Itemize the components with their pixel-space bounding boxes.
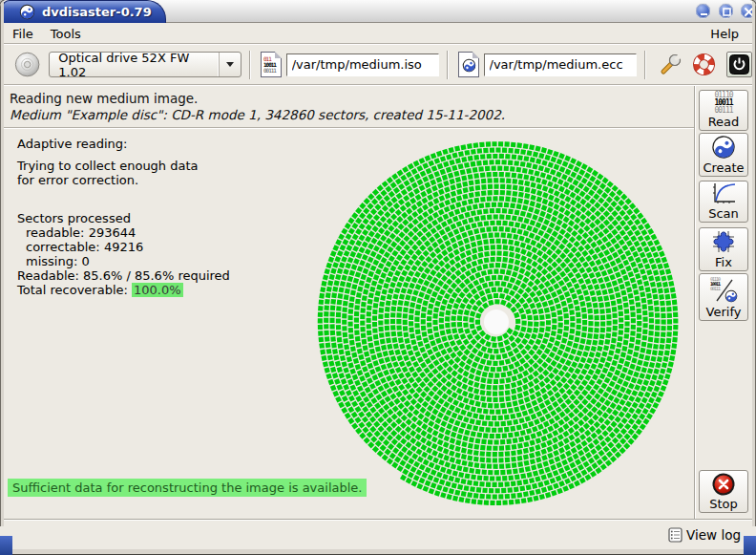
toolbar-separator [249, 51, 251, 79]
dropdown-arrow-icon [219, 53, 241, 76]
stop-button[interactable]: Stop [699, 470, 748, 513]
mode-label: Adaptive reading: [17, 137, 230, 151]
readable-percent-line: Readable: 85.6% / 85.6% required [17, 268, 230, 283]
iso-path-input[interactable] [286, 53, 439, 76]
fix-button[interactable]: Fix [699, 227, 748, 271]
optical-drive-icon [13, 50, 41, 79]
description-line: for error correction. [17, 173, 230, 187]
stat-row: missing: 0 [17, 254, 230, 268]
quit-button[interactable] [726, 52, 752, 77]
iso-file-icon: 011 10011 00111 [261, 52, 282, 77]
stat-row: correctable: 49216 [17, 240, 230, 254]
ecc-path-input[interactable] [484, 53, 637, 76]
toolbar-separator [644, 51, 646, 79]
medium-info-line: Medium "Example disc": CD-R mode 1, 3428… [10, 107, 694, 123]
view-log-button[interactable]: View log [668, 527, 741, 543]
disc-spiral [306, 137, 686, 511]
toolbar-separator [447, 51, 449, 79]
sectors-title: Sectors processed [17, 211, 230, 225]
menu-tools[interactable]: Tools [42, 26, 90, 42]
resize-corner-left[interactable] [0, 536, 12, 555]
menubar: File Tools Help [4, 24, 752, 44]
app-yinyang-icon [19, 4, 35, 20]
status-header: Reading new medium image. Medium "Exampl… [4, 86, 694, 128]
create-button[interactable]: Create [699, 133, 748, 177]
app-window: dvdisaster-0.79 File Tools Help [0, 0, 756, 555]
recoverable-line: Total recoverable: 100.0% [17, 283, 230, 297]
verify-button[interactable]: 01110 10011 00111 Verify [699, 273, 748, 321]
log-icon [668, 527, 682, 543]
fix-puzzle-icon [710, 228, 737, 255]
window-border-bottom[interactable] [0, 549, 756, 555]
drive-selector-value: Optical drive 52X FW 1.02 [58, 51, 210, 79]
reading-stats-panel: Adaptive reading: Trying to collect enou… [17, 137, 230, 297]
menu-help[interactable]: Help [702, 26, 752, 42]
stat-row: readable: 293644 [17, 225, 230, 240]
minimize-button[interactable] [695, 3, 711, 19]
scan-chart-icon [710, 181, 737, 206]
action-button-column: 01110 10011 00111 Read Create [694, 86, 752, 519]
view-log-label: View log [686, 527, 741, 543]
stop-icon [711, 471, 736, 497]
status-line: Reading new medium image. [10, 91, 694, 107]
window-border-right[interactable] [752, 0, 756, 526]
titlebar[interactable]: dvdisaster-0.79 [0, 0, 756, 23]
window-border-left[interactable] [0, 0, 4, 526]
power-icon [729, 54, 749, 75]
resize-corner-right[interactable] [744, 536, 756, 555]
help-button[interactable] [692, 53, 716, 76]
ecc-file-icon [458, 52, 479, 77]
create-yinyang-icon [711, 134, 736, 160]
window-title: dvdisaster-0.79 [42, 5, 152, 19]
wrench-icon [659, 53, 682, 76]
drive-selector[interactable]: Optical drive 52X FW 1.02 [49, 52, 242, 77]
main-area: Adaptive reading: Trying to collect enou… [4, 129, 694, 519]
preferences-button[interactable] [659, 53, 682, 76]
menu-file[interactable]: File [4, 26, 42, 42]
lifesaver-icon [692, 53, 716, 76]
toolbar: Optical drive 52X FW 1.02 011 10011 0011… [4, 45, 752, 85]
scan-button[interactable]: Scan [699, 181, 748, 223]
titlebar-tab: dvdisaster-0.79 [2, 0, 166, 23]
recoverable-value-badge: 100.0% [132, 283, 183, 297]
read-button[interactable]: 01110 10011 00111 Read [699, 90, 748, 131]
success-message: Sufficient data for reconstructing the i… [8, 479, 367, 497]
statusbar: View log [4, 519, 752, 549]
description-line: Trying to collect enough data [17, 159, 230, 173]
read-icon: 01110 10011 00111 [714, 91, 732, 115]
maximize-button[interactable] [718, 3, 734, 19]
verify-icon: 01110 10011 00111 [709, 274, 738, 305]
